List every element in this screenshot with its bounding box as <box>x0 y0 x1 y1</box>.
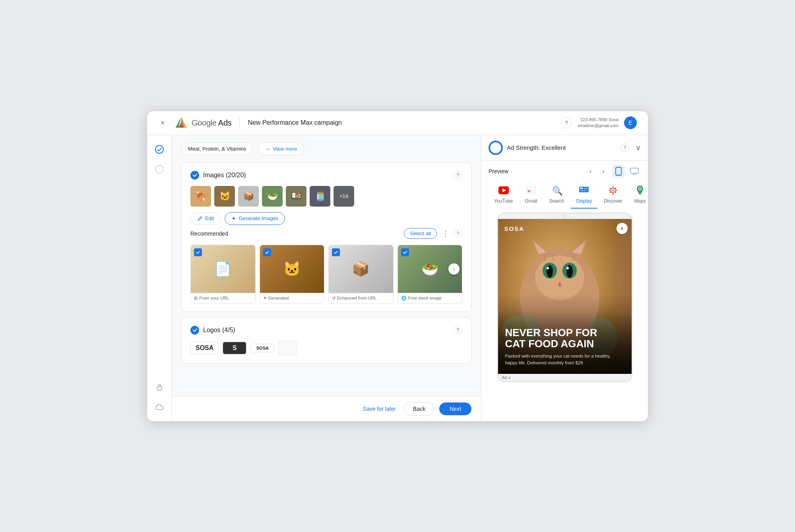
gmail-icon: M <box>525 185 537 196</box>
main-window: × Google Ads New Performance Max campaig… <box>147 111 648 421</box>
edit-icon <box>197 216 203 221</box>
images-header: Images (20/20) ? <box>190 171 462 180</box>
svg-point-20 <box>612 190 614 191</box>
view-more-label: View more <box>273 146 297 152</box>
tab-discover[interactable]: Discover <box>598 182 628 209</box>
svg-rect-19 <box>580 190 588 192</box>
platform-tabs: YouTube M Gmail <box>481 180 648 209</box>
thumbnail-4: 🥗 <box>262 186 283 207</box>
right-panel: Ad Strength: Excellent ? ∨ Preview ‹ › <box>481 135 648 421</box>
edit-button[interactable]: Edit <box>190 212 221 225</box>
thumbnails-more-count[interactable]: +14 <box>334 186 354 207</box>
svg-rect-7 <box>157 387 162 390</box>
ad-preview-area: SOSA × NEVER SHOP FOR CAT FOOD AGAIN <box>481 209 648 421</box>
mobile-device-button[interactable] <box>612 165 625 178</box>
logo-row: SOSA S SOSA <box>190 341 462 355</box>
svg-text:M: M <box>527 189 531 193</box>
image-card-2-check[interactable] <box>263 248 271 256</box>
preview-prev-button[interactable]: ‹ <box>585 166 596 177</box>
brand-name: Google Ads <box>192 118 231 128</box>
display-icon <box>578 185 589 196</box>
tab-display[interactable]: Display <box>571 182 597 209</box>
google-ads-logo: Google Ads <box>174 116 231 130</box>
svg-rect-17 <box>580 188 583 189</box>
thumbnail-6: 🫙 <box>310 186 330 207</box>
svg-point-9 <box>618 174 619 174</box>
image-card-4-check[interactable] <box>401 248 409 256</box>
images-help-button[interactable]: ? <box>454 171 462 180</box>
ad-strength-bar: Ad Strength: Excellent ? ∨ <box>481 135 648 161</box>
svg-point-30 <box>535 255 584 300</box>
recommended-help-button[interactable]: ? <box>454 229 462 238</box>
image-card-4-img: 🥗 › <box>398 245 462 293</box>
preview-next-button[interactable]: › <box>598 166 609 177</box>
image-card-4-label: 🌐 Free stock image <box>398 293 462 303</box>
thumbnail-5: 🍱 <box>286 186 306 207</box>
campaign-title: New Performance Max campaign <box>248 119 342 126</box>
images-title: Images (20/20) <box>203 172 454 179</box>
tab-gmail[interactable]: M Gmail <box>519 182 543 209</box>
star-icon: ✦ <box>263 296 267 301</box>
account-email: emailme@gmail.com <box>578 123 619 129</box>
image-card-3: 📦 ↺ Enhanced from URL <box>328 245 394 304</box>
phone-frame: SOSA × NEVER SHOP FOR CAT FOOD AGAIN <box>497 213 632 382</box>
tab-maps[interactable]: Maps <box>629 182 648 209</box>
select-all-button[interactable]: Select all <box>404 228 437 239</box>
image-card-1-check[interactable] <box>194 248 202 256</box>
view-more-button[interactable]: → View more <box>258 142 304 155</box>
desktop-device-button[interactable] <box>628 165 641 178</box>
close-icon: × <box>620 225 623 232</box>
save-for-later-button[interactable]: Save for later <box>363 406 396 412</box>
logo-2: S <box>223 342 246 354</box>
maps-label: Maps <box>634 198 646 204</box>
ad-subtext: Packed with everything your cat needs fo… <box>505 353 624 367</box>
ad-label: Ad ∨ <box>502 375 511 380</box>
tab-search[interactable]: 🔍 Search <box>544 182 570 209</box>
discover-label: Discover <box>604 198 622 204</box>
globe-icon: 🌐 <box>401 296 407 301</box>
next-button[interactable]: Next <box>439 402 471 415</box>
svg-point-35 <box>547 267 549 269</box>
thumbnail-2: 🐱 <box>214 186 235 207</box>
account-info: 123-456-7890 Sosa emailme@gmail.com <box>578 117 619 129</box>
thumbnails-row: 🍖 🐱 📦 🥗 🍱 <box>190 186 462 207</box>
preview-header: Preview ‹ › <box>481 161 648 180</box>
logo-4-empty <box>278 341 297 355</box>
logo-1: SOSA <box>190 342 219 354</box>
back-button[interactable]: Back <box>404 402 434 416</box>
svg-text:🔍: 🔍 <box>552 186 562 195</box>
phone-notch <box>498 213 632 219</box>
ad-background-image: SOSA × NEVER SHOP FOR CAT FOOD AGAIN <box>498 219 632 374</box>
ad-label-row: Ad ∨ <box>498 374 632 381</box>
svg-rect-10 <box>630 168 638 173</box>
svg-point-5 <box>155 145 163 153</box>
ad-card: SOSA × NEVER SHOP FOR CAT FOOD AGAIN <box>498 219 632 381</box>
header: × Google Ads New Performance Max campaig… <box>147 111 648 135</box>
ad-text-overlay: NEVER SHOP FOR CAT FOOD AGAIN Packed wit… <box>498 311 632 374</box>
content-area: Meat, Protein, & Vitamins → View more <box>172 135 481 421</box>
close-button[interactable]: × <box>158 118 167 127</box>
sidebar-circle-icon[interactable] <box>153 163 166 176</box>
image-card-1-img: 📄 <box>191 245 255 293</box>
help-button[interactable]: ? <box>561 117 572 128</box>
image-card-3-check[interactable] <box>332 248 340 256</box>
sidebar-lock-icon <box>153 381 166 393</box>
tab-youtube[interactable]: YouTube <box>489 182 518 209</box>
link-icon: ⊞ <box>194 296 198 301</box>
images-check-icon <box>190 171 199 180</box>
sidebar-cloud-icon[interactable] <box>153 400 166 413</box>
images-actions-row: Edit ✦ Generate images <box>190 212 462 225</box>
ad-close-button[interactable]: × <box>617 223 628 234</box>
carousel-next-button[interactable]: › <box>448 263 460 275</box>
logos-help-button[interactable]: ? <box>454 326 462 335</box>
sidebar-check-icon[interactable] <box>153 143 166 156</box>
ad-strength-help-button[interactable]: ? <box>620 143 629 152</box>
category-chip[interactable]: Meat, Protein, & Vitamins <box>181 143 253 155</box>
more-options-button[interactable]: ⋮ <box>440 228 451 239</box>
avatar[interactable]: E <box>624 116 637 129</box>
ad-headline: NEVER SHOP FOR CAT FOOD AGAIN <box>505 327 624 350</box>
discover-icon <box>607 185 619 196</box>
ad-strength-chevron-icon[interactable]: ∨ <box>636 143 641 152</box>
generate-images-button[interactable]: ✦ Generate images <box>225 212 285 225</box>
image-card-2-img: 🐱 <box>260 245 324 293</box>
